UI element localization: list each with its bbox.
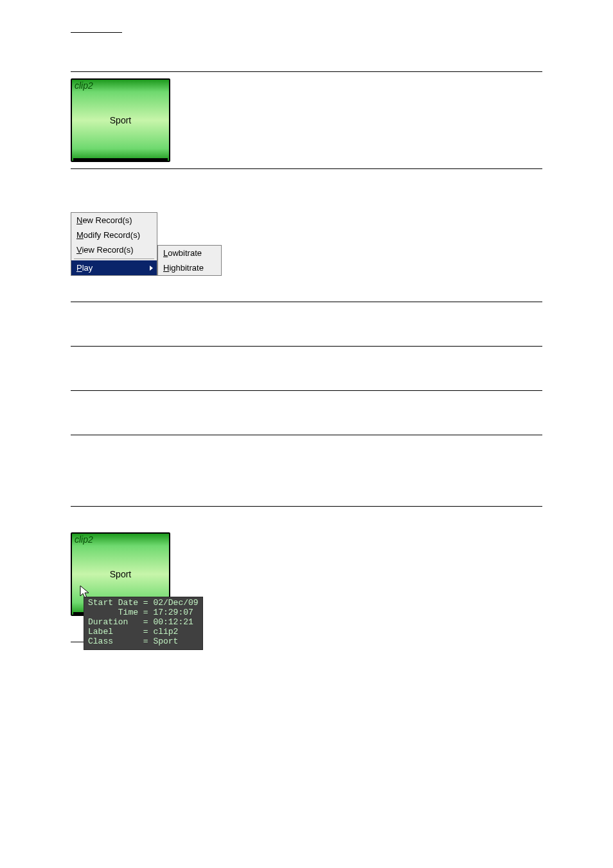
menu-separator: [74, 258, 154, 259]
clip-tooltip: Start Date = 02/Dec/09 Time = 17:29:07 D…: [84, 597, 203, 650]
clip-class-label: Sport: [72, 569, 169, 579]
divider: [71, 168, 542, 169]
divider: [71, 71, 542, 72]
menu-item-play-label: Play: [76, 263, 93, 273]
tooltip-start-date: Start Date = 02/Dec/09: [88, 598, 199, 608]
tooltip-class: Class = Sport: [88, 637, 178, 646]
divider: [71, 435, 542, 435]
table-row: [71, 309, 542, 339]
submenu-item-lowbitrate[interactable]: Lowbitrate: [158, 246, 221, 260]
divider: [71, 506, 542, 507]
clip-card[interactable]: clip2 Sport: [71, 78, 170, 162]
menu-item-new-record[interactable]: New Record(s): [71, 213, 157, 228]
context-menu: New Record(s) Modify Record(s) View Reco…: [71, 212, 157, 276]
menu-item-view-record[interactable]: View Record(s): [71, 242, 157, 257]
header-rule: [71, 32, 122, 33]
divider: [71, 346, 542, 347]
tooltip-label: Label = clip2: [88, 627, 178, 637]
menu-item-modify-record[interactable]: Modify Record(s): [71, 228, 157, 242]
clip-title: clip2: [72, 534, 169, 545]
menu-item-play[interactable]: Play: [71, 260, 157, 275]
tooltip-duration: Duration = 00:12:21: [88, 617, 193, 627]
clip-title: clip2: [72, 80, 169, 91]
submenu-item-highbitrate[interactable]: Highbitrate: [158, 260, 221, 275]
clip-progress-bar: [73, 158, 168, 161]
submenu-arrow-icon: [150, 266, 153, 271]
table-row: [71, 442, 542, 500]
clip-class-label: Sport: [72, 115, 169, 125]
divider: [71, 390, 542, 391]
table-row: [71, 397, 542, 428]
play-submenu: Lowbitrate Highbitrate: [157, 245, 222, 276]
tooltip-time: Time = 17:29:07: [88, 608, 193, 617]
table-row: [71, 353, 542, 384]
divider: [71, 302, 542, 302]
